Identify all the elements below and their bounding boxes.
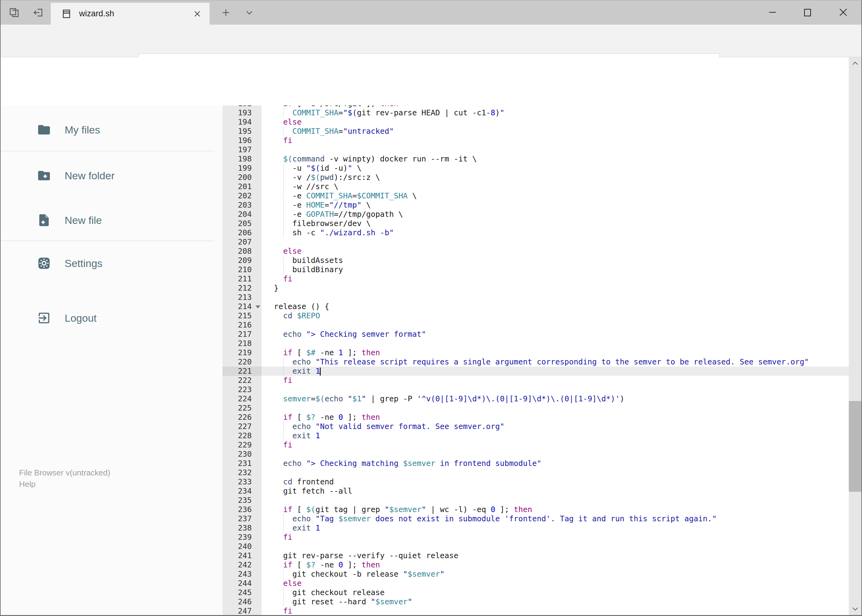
- sidebar-item-new-file[interactable]: New file: [0, 206, 222, 234]
- line-number[interactable]: 247: [222, 607, 262, 615]
- code-line: 221 exit 1: [222, 366, 849, 376]
- code-line: 218: [222, 339, 849, 348]
- line-number[interactable]: 199: [222, 163, 262, 173]
- line-number[interactable]: 194: [222, 118, 262, 127]
- line-number[interactable]: 238: [222, 523, 262, 533]
- code-line: 223: [222, 385, 849, 394]
- line-number[interactable]: 239: [222, 533, 262, 542]
- line-number[interactable]: 231: [222, 459, 262, 468]
- line-number[interactable]: 221: [222, 366, 262, 376]
- line-number[interactable]: 236: [222, 505, 262, 514]
- line-number[interactable]: 206: [222, 228, 262, 237]
- line-number[interactable]: 241: [222, 551, 262, 560]
- scroll-down-icon[interactable]: [849, 603, 861, 615]
- code-editor[interactable]: 192 if [ -d /src/.git ]; then193 COMMIT_…: [222, 105, 849, 615]
- code-line: 236 if [ $(git tag | grep "$semver" | wc…: [222, 505, 849, 514]
- maximize-icon[interactable]: [793, 0, 822, 25]
- line-number[interactable]: 246: [222, 597, 262, 607]
- line-number[interactable]: 222: [222, 376, 262, 385]
- line-number[interactable]: 233: [222, 477, 262, 487]
- scroll-up-icon[interactable]: [849, 57, 861, 69]
- line-number[interactable]: 219: [222, 348, 262, 357]
- code-line: 192 if [ -d /src/.git ]; then: [222, 105, 849, 108]
- line-number[interactable]: 201: [222, 182, 262, 191]
- line-number[interactable]: 207: [222, 237, 262, 247]
- scrollbar-thumb[interactable]: [849, 401, 861, 492]
- line-number[interactable]: 229: [222, 440, 262, 449]
- line-number[interactable]: 240: [222, 542, 262, 551]
- code-line: 198 $(command -v winpty) docker run --rm…: [222, 154, 849, 163]
- code-line: 242 if [ $? -ne 0 ]; then: [222, 560, 849, 570]
- line-number[interactable]: 209: [222, 256, 262, 265]
- line-number[interactable]: 232: [222, 468, 262, 477]
- sidebar-item-new-folder[interactable]: New folder: [0, 162, 222, 190]
- logout-icon: [37, 311, 51, 325]
- line-number[interactable]: 244: [222, 579, 262, 588]
- indent-guide: [283, 228, 284, 237]
- line-number[interactable]: 202: [222, 191, 262, 201]
- line-number[interactable]: 217: [222, 330, 262, 339]
- line-number[interactable]: 237: [222, 514, 262, 523]
- line-number[interactable]: 224: [222, 394, 262, 404]
- tab-preview-icon[interactable]: [6, 6, 23, 20]
- page-scrollbar[interactable]: [849, 57, 861, 615]
- line-number[interactable]: 245: [222, 588, 262, 597]
- code-line: 245 git checkout release: [222, 588, 849, 597]
- close-window-icon[interactable]: [829, 0, 857, 25]
- sidebar-item-label: New file: [65, 214, 102, 226]
- help-link[interactable]: Help: [19, 479, 110, 490]
- browser-tab-wizard-sh[interactable]: wizard.sh: [51, 3, 210, 25]
- line-number[interactable]: 197: [222, 145, 262, 154]
- minimize-icon[interactable]: [758, 0, 786, 25]
- line-number[interactable]: 242: [222, 560, 262, 570]
- code-line: 235: [222, 496, 849, 505]
- sidebar-item-logout[interactable]: Logout: [0, 304, 222, 332]
- tab-list-chevron-icon[interactable]: [241, 6, 258, 20]
- fold-toggle-icon[interactable]: [255, 305, 260, 308]
- line-number[interactable]: 213: [222, 293, 262, 302]
- code-line: 217 echo "> Checking semver format": [222, 330, 849, 339]
- line-number[interactable]: 200: [222, 173, 262, 182]
- line-number[interactable]: 193: [222, 108, 262, 118]
- line-number[interactable]: 198: [222, 154, 262, 163]
- line-number[interactable]: 243: [222, 570, 262, 579]
- line-number[interactable]: 208: [222, 247, 262, 256]
- sidebar-item-settings[interactable]: Settings: [0, 249, 222, 277]
- line-number[interactable]: 210: [222, 265, 262, 274]
- line-number[interactable]: 203: [222, 201, 262, 210]
- line-number[interactable]: 230: [222, 449, 262, 459]
- line-number[interactable]: 216: [222, 321, 262, 330]
- code-line: 226 if [ $? -ne 0 ]; then: [222, 413, 849, 422]
- indent-guide: [283, 514, 284, 523]
- code-line: 227 echo "Not valid semver format. See s…: [222, 422, 849, 431]
- indent-guide: [283, 366, 284, 376]
- indent-guide: [283, 597, 284, 607]
- line-number[interactable]: 196: [222, 136, 262, 145]
- new-tab-icon[interactable]: [217, 6, 235, 20]
- line-number[interactable]: 235: [222, 496, 262, 505]
- tab-title: wizard.sh: [79, 9, 193, 19]
- line-number[interactable]: 215: [222, 311, 262, 321]
- line-number[interactable]: 204: [222, 210, 262, 219]
- code-line: 199 -u "$(id -u)" \: [222, 163, 849, 173]
- indent-guide: [283, 191, 284, 201]
- tab-close-icon[interactable]: [193, 9, 202, 18]
- line-number[interactable]: 223: [222, 385, 262, 394]
- set-tabs-aside-icon[interactable]: [30, 6, 47, 20]
- line-number[interactable]: 195: [222, 127, 262, 136]
- code-line: 234 git fetch --all: [222, 487, 849, 496]
- line-number[interactable]: 225: [222, 404, 262, 413]
- line-number[interactable]: 192: [222, 105, 262, 108]
- line-number[interactable]: 226: [222, 413, 262, 422]
- sidebar-item-my-files[interactable]: My files: [0, 116, 222, 144]
- line-number[interactable]: 218: [222, 339, 262, 348]
- line-number[interactable]: 234: [222, 487, 262, 496]
- line-number[interactable]: 220: [222, 357, 262, 366]
- line-number[interactable]: 212: [222, 284, 262, 293]
- indent-guide: [283, 108, 284, 118]
- line-number[interactable]: 228: [222, 431, 262, 440]
- line-number[interactable]: 214: [222, 302, 262, 311]
- line-number[interactable]: 227: [222, 422, 262, 431]
- line-number[interactable]: 211: [222, 274, 262, 284]
- line-number[interactable]: 205: [222, 219, 262, 228]
